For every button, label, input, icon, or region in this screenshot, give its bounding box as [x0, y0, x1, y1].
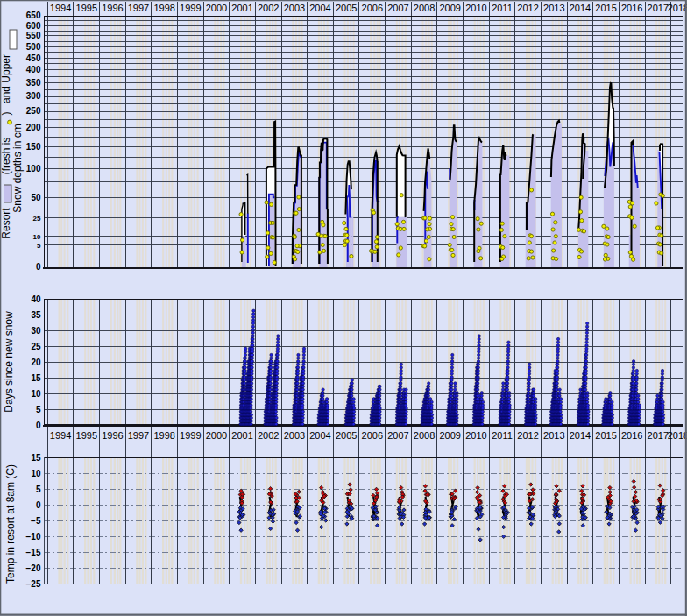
svg-text:2012: 2012	[517, 3, 538, 13]
svg-text:5: 5	[37, 242, 41, 250]
svg-text:2007: 2007	[387, 430, 408, 441]
svg-text:−20: −20	[26, 563, 41, 573]
svg-text:1996: 1996	[102, 3, 123, 13]
svg-text:2010: 2010	[465, 3, 486, 13]
svg-text:10: 10	[33, 233, 41, 241]
svg-text:2000: 2000	[206, 430, 227, 441]
svg-text:450: 450	[26, 53, 41, 63]
svg-text:1997: 1997	[128, 430, 149, 441]
svg-text:2016: 2016	[621, 3, 642, 13]
svg-text:1997: 1997	[128, 3, 149, 13]
svg-text:2014: 2014	[570, 430, 591, 441]
svg-text:30: 30	[31, 326, 41, 336]
svg-text:1995: 1995	[76, 3, 97, 13]
svg-text:): )	[0, 112, 12, 116]
svg-text:1994: 1994	[50, 430, 71, 441]
svg-text:2008: 2008	[414, 430, 435, 441]
svg-text:1995: 1995	[76, 430, 97, 441]
svg-text:−15: −15	[26, 548, 41, 557]
svg-text:10: 10	[31, 469, 41, 478]
svg-text:0: 0	[36, 421, 41, 430]
svg-text:40: 40	[31, 294, 41, 304]
svg-text:−5: −5	[31, 516, 41, 526]
svg-text:1999: 1999	[180, 3, 201, 13]
svg-text:250: 250	[26, 106, 41, 116]
svg-text:15: 15	[31, 453, 41, 463]
svg-text:2017: 2017	[648, 3, 669, 13]
svg-text:2018: 2018	[668, 430, 687, 441]
svg-text:2001: 2001	[231, 430, 252, 441]
svg-text:2013: 2013	[543, 430, 564, 441]
svg-text:and Upper: and Upper	[0, 54, 12, 103]
svg-text:2005: 2005	[336, 430, 357, 441]
svg-text:2001: 2001	[231, 3, 252, 13]
svg-text:35: 35	[31, 310, 41, 320]
svg-text:2011: 2011	[492, 3, 513, 13]
svg-text:2009: 2009	[439, 430, 460, 441]
svg-text:2008: 2008	[414, 3, 435, 13]
svg-text:400: 400	[26, 65, 41, 74]
svg-text:10: 10	[31, 389, 41, 399]
svg-text:0: 0	[36, 262, 41, 272]
svg-text:2002: 2002	[258, 3, 279, 13]
svg-text:2004: 2004	[309, 430, 330, 441]
svg-text:650: 650	[26, 11, 41, 20]
svg-text:1999: 1999	[180, 430, 201, 441]
svg-text:25: 25	[33, 215, 41, 223]
svg-text:1996: 1996	[102, 430, 123, 441]
svg-text:1998: 1998	[153, 430, 174, 441]
svg-text:2006: 2006	[362, 3, 383, 13]
svg-text:2003: 2003	[284, 3, 305, 13]
svg-text:2005: 2005	[336, 3, 357, 13]
svg-text:2017: 2017	[648, 430, 669, 441]
svg-text:2002: 2002	[258, 430, 279, 441]
svg-text:300: 300	[26, 91, 41, 101]
svg-text:150: 150	[26, 142, 41, 152]
svg-text:600: 600	[26, 21, 41, 31]
svg-text:2012: 2012	[517, 430, 538, 441]
svg-text:350: 350	[26, 78, 41, 88]
svg-text:2013: 2013	[543, 3, 564, 13]
svg-text:2011: 2011	[492, 430, 513, 441]
svg-text:25: 25	[31, 342, 41, 351]
svg-text:Days since new snow: Days since new snow	[3, 311, 15, 413]
svg-text:2004: 2004	[309, 3, 330, 13]
svg-text:1994: 1994	[50, 3, 71, 13]
svg-text:2018: 2018	[668, 3, 687, 13]
svg-text:2015: 2015	[595, 430, 616, 441]
svg-text:2006: 2006	[362, 430, 383, 441]
svg-text:2003: 2003	[284, 430, 305, 441]
svg-text:5: 5	[36, 405, 41, 414]
svg-text:Snow depths in cm: Snow depths in cm	[11, 124, 24, 212]
svg-text:1998: 1998	[153, 3, 174, 13]
svg-text:2016: 2016	[621, 430, 642, 441]
svg-text:200: 200	[26, 123, 41, 132]
svg-text:−10: −10	[26, 532, 41, 542]
svg-text:15: 15	[31, 373, 41, 383]
svg-text:100: 100	[26, 164, 41, 173]
svg-text:2015: 2015	[595, 3, 616, 13]
svg-text:2014: 2014	[570, 3, 591, 13]
svg-text:0: 0	[36, 500, 41, 510]
svg-text:Temp in resort at 8am (C): Temp in resort at 8am (C)	[4, 464, 17, 584]
svg-text:2010: 2010	[465, 430, 486, 441]
svg-text:50: 50	[31, 193, 41, 202]
svg-text:−25: −25	[26, 579, 41, 589]
svg-text:2007: 2007	[387, 3, 408, 13]
svg-text:2000: 2000	[206, 3, 227, 13]
svg-text:500: 500	[26, 42, 41, 52]
svg-text:2009: 2009	[439, 3, 460, 13]
svg-text:5: 5	[36, 485, 41, 494]
svg-text:550: 550	[26, 31, 41, 40]
svg-text:20: 20	[31, 358, 41, 367]
